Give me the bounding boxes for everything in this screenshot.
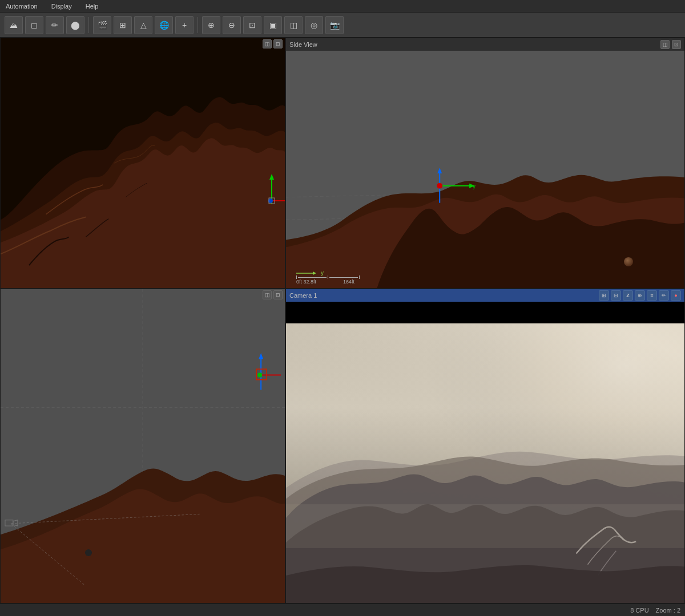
vp-camera-title: Camera 1 — [289, 292, 317, 299]
menu-help[interactable]: Help — [83, 2, 101, 11]
vp-perspective-icon2[interactable]: ⊡ — [273, 39, 283, 48]
paint-icon[interactable]: ✏ — [46, 16, 64, 34]
cam-tool-z[interactable]: Z — [623, 290, 633, 301]
svg-rect-33 — [286, 504, 684, 548]
vp-front-icon2[interactable]: ⊡ — [273, 290, 283, 299]
grid-icon[interactable]: ⊞ — [114, 16, 132, 34]
svg-point-14 — [437, 183, 442, 189]
viewport-camera[interactable]: Camera 1 ⊞ ⊟ Z ⊕ ≡ ✏ ● — [285, 289, 685, 603]
cam-tool-edit[interactable]: ✏ — [659, 290, 669, 301]
vp-front-icon1[interactable]: ◫ — [263, 290, 272, 299]
vp-side-title: Side View — [289, 41, 317, 48]
color-icon[interactable]: ⬤ — [66, 16, 84, 34]
menu-automation[interactable]: Automation — [3, 2, 40, 11]
vp-perspective-icon1[interactable]: ◫ — [263, 39, 272, 48]
viewport-perspective[interactable]: ◫ ⊡ — [0, 38, 285, 289]
viewport-side[interactable]: Side View ◫ ⊡ — [285, 38, 685, 289]
sphere-icon[interactable]: ◎ — [305, 16, 323, 34]
vp-side-icon2[interactable]: ⊡ — [672, 40, 681, 49]
toolbar-separator — [198, 17, 198, 33]
zoom-in-icon[interactable]: ⊕ — [202, 16, 220, 34]
vp-side-header: Side View ◫ ⊡ — [286, 38, 684, 51]
menu-display[interactable]: Display — [49, 2, 74, 11]
camera-icon[interactable]: 📷 — [325, 16, 344, 34]
cam-tool-lines[interactable]: ≡ — [647, 290, 657, 301]
frame-icon[interactable]: ⊡ — [243, 16, 261, 34]
camera-toolbar-icons: ⊞ ⊟ Z ⊕ ≡ ✏ ● — [599, 290, 681, 301]
shape-icon[interactable]: △ — [134, 16, 152, 34]
menubar: Automation Display Help — [0, 0, 685, 13]
zoom-label: Zoom : 2 — [656, 607, 680, 614]
cam-tool-grid[interactable]: ⊞ — [599, 290, 609, 301]
cam-tool-minus[interactable]: ⊟ — [611, 290, 621, 301]
terrain-icon[interactable]: ⛰ — [5, 16, 23, 34]
viewport-grid: ◫ ⊡ Side View ◫ ⊡ — [0, 38, 685, 603]
view1-icon[interactable]: ▣ — [264, 16, 282, 34]
zoom-out-icon[interactable]: ⊖ — [223, 16, 241, 34]
toolbar: ⛰◻✏⬤🎬⊞△🌐+⊕⊖⊡▣◫◎📷 — [0, 13, 685, 38]
globe-icon[interactable]: 🌐 — [155, 16, 173, 34]
svg-point-24 — [257, 372, 262, 377]
cam-tool-zoom[interactable]: ⊕ — [635, 290, 645, 301]
toolbar-separator — [88, 17, 89, 33]
film-icon[interactable]: 🎬 — [93, 16, 111, 34]
cpu-label: 8 CPU — [630, 607, 648, 614]
cube-icon[interactable]: ◻ — [25, 16, 43, 34]
vp-side-icon1[interactable]: ◫ — [660, 40, 670, 49]
vp-camera-header: Camera 1 ⊞ ⊟ Z ⊕ ≡ ✏ ● — [286, 289, 684, 302]
statusbar: 8 CPU Zoom : 2 — [0, 603, 685, 616]
cam-tool-record[interactable]: ● — [671, 290, 681, 301]
plus-icon[interactable]: + — [175, 16, 194, 34]
svg-text:y: y — [473, 183, 476, 189]
viewport-front[interactable]: ◫ ⊡ — [0, 289, 285, 603]
view2-icon[interactable]: ◫ — [284, 16, 303, 34]
